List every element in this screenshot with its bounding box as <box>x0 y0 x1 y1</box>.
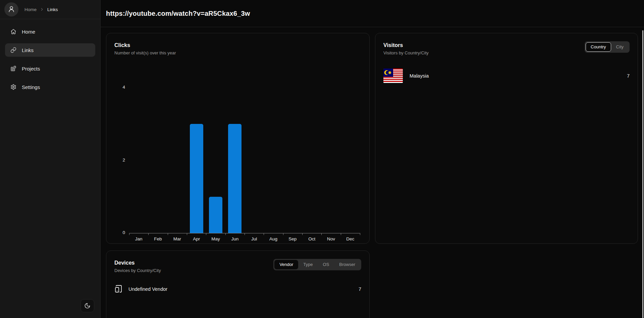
x-axis-tick <box>321 233 322 235</box>
list-item: Undefined Vendor7 <box>114 285 361 293</box>
content: Clicks Number of visit(s) over this year… <box>101 27 644 318</box>
toggle-vendor[interactable]: Vendor <box>274 260 298 269</box>
x-axis-tick <box>225 233 226 235</box>
x-axis-tick-label: Jan <box>129 236 148 241</box>
x-axis-tick-label: Feb <box>149 236 168 241</box>
vertical-scrollbar[interactable] <box>642 30 643 318</box>
row-label: Undefined Vendor <box>128 286 167 292</box>
sidebar-nav: HomeLinksProjectsSettings <box>0 19 100 104</box>
bar-may <box>209 197 222 233</box>
breadcrumb-home[interactable]: Home <box>24 7 37 12</box>
smartphone-icon <box>114 285 122 293</box>
breadcrumb: Home Links <box>24 7 58 12</box>
blocks-icon <box>10 65 16 72</box>
x-axis-tick <box>245 233 245 235</box>
x-axis-tick-label: Aug <box>264 236 283 241</box>
sidebar-item-label: Projects <box>22 66 40 72</box>
visitors-card: Visitors Visitors by Country/City Countr… <box>375 33 638 244</box>
devices-list: Undefined Vendor7 <box>114 285 361 293</box>
sidebar-item-label: Settings <box>22 84 40 90</box>
visitors-list: Malaysia7 <box>383 69 630 83</box>
gear-icon <box>10 84 16 90</box>
toggle-browser[interactable]: Browser <box>334 260 360 269</box>
sidebar-item-links[interactable]: Links <box>5 43 95 57</box>
x-axis-tick-label: Jul <box>245 236 264 241</box>
x-axis-tick-label: Nov <box>322 236 341 241</box>
sidebar-item-projects[interactable]: Projects <box>5 62 95 75</box>
devices-card: Devices Devices by Country/City VendorTy… <box>106 251 370 318</box>
sidebar-item-home[interactable]: Home <box>5 25 95 38</box>
toggle-type[interactable]: Type <box>298 260 318 269</box>
sidebar-item-settings[interactable]: Settings <box>5 80 95 94</box>
visitors-card-title: Visitors <box>383 41 429 49</box>
x-axis-tick-label: Mar <box>168 236 187 241</box>
x-axis-tick <box>129 233 129 235</box>
x-axis-tick-label: May <box>206 236 225 241</box>
row-count: 7 <box>627 73 630 79</box>
home-icon <box>10 29 16 35</box>
x-axis-tick-label: Sep <box>283 236 302 241</box>
sidebar: Home Links HomeLinksProjectsSettings <box>0 0 101 318</box>
breadcrumb-current: Links <box>47 7 58 12</box>
clicks-card: Clicks Number of visit(s) over this year… <box>106 33 370 244</box>
visitors-toggle-group: CountryCity <box>585 41 630 53</box>
theme-toggle-button[interactable] <box>80 299 94 312</box>
toggle-city[interactable]: City <box>611 42 629 52</box>
x-axis-tick <box>283 233 283 235</box>
page-header: https://youtube.com/watch?v=aR5Ckax6_3w <box>101 0 644 27</box>
user-icon <box>8 5 15 14</box>
link-icon <box>10 47 16 53</box>
x-axis-tick-label: Apr <box>187 236 206 241</box>
x-axis-tick-label: Dec <box>341 236 360 241</box>
bar-jun <box>228 124 241 233</box>
avatar[interactable] <box>4 2 18 16</box>
x-axis-tick <box>206 233 206 235</box>
bar-apr <box>190 124 203 233</box>
clicks-card-subtitle: Number of visit(s) over this year <box>114 49 361 56</box>
malaysia-flag <box>383 69 403 83</box>
sidebar-item-label: Home <box>22 29 35 35</box>
x-axis-tick <box>148 233 149 235</box>
x-axis-tick <box>341 233 341 235</box>
y-axis-tick-label: 4 <box>115 85 125 90</box>
x-axis-tick <box>302 233 303 235</box>
chart-plot-area: 024JanFebMarAprMayJunJulAugSepOctNovDec <box>129 88 360 233</box>
page-title: https://youtube.com/watch?v=aR5Ckax6_3w <box>106 10 250 17</box>
x-axis-tick <box>168 233 168 235</box>
sidebar-header: Home Links <box>0 0 100 19</box>
devices-card-subtitle: Devices by Country/City <box>114 267 161 274</box>
y-axis-tick-label: 2 <box>115 157 125 163</box>
y-axis-tick-label: 0 <box>115 230 125 235</box>
devices-card-title: Devices <box>114 259 161 267</box>
row-label: Malaysia <box>410 73 429 79</box>
x-axis-tick-label: Jun <box>225 236 245 241</box>
sidebar-item-label: Links <box>22 47 34 53</box>
moon-icon <box>84 303 91 309</box>
clicks-bar-chart: 024JanFebMarAprMayJunJulAugSepOctNovDec <box>114 56 361 238</box>
visitors-card-subtitle: Visitors by Country/City <box>383 49 429 56</box>
x-axis-tick-label: Oct <box>302 236 321 241</box>
toggle-country[interactable]: Country <box>586 42 611 52</box>
x-axis-tick <box>187 233 187 235</box>
list-item: Malaysia7 <box>383 69 630 83</box>
row-count: 7 <box>359 286 361 292</box>
main-content: https://youtube.com/watch?v=aR5Ckax6_3w … <box>101 0 644 318</box>
devices-toggle-group: VendorTypeOSBrowser <box>273 259 361 270</box>
x-axis-tick <box>360 233 360 235</box>
clicks-card-title: Clicks <box>114 41 361 49</box>
x-axis-tick <box>264 233 264 235</box>
toggle-os[interactable]: OS <box>318 260 334 269</box>
chevron-right-icon <box>40 7 44 12</box>
